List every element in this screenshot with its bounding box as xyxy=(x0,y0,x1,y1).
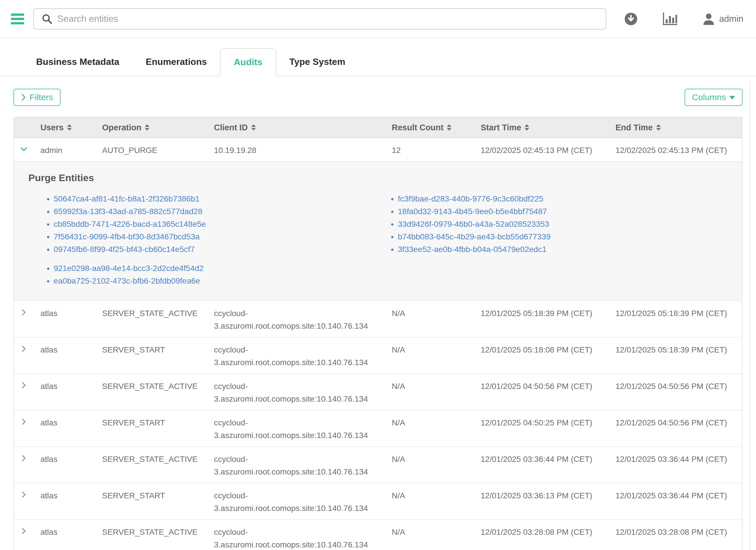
end-time-cell: 12/01/2025 04:50:56 PM (CET) xyxy=(609,411,742,446)
search-icon xyxy=(41,13,53,25)
start-time-cell: 12/01/2025 04:50:25 PM (CET) xyxy=(474,411,609,446)
start-time-cell: 12/01/2025 03:36:13 PM (CET) xyxy=(474,483,609,519)
user-cell: atlas xyxy=(34,483,95,519)
top-bar: admin xyxy=(0,0,756,38)
operation-cell: AUTO_PURGE xyxy=(95,138,207,161)
column-header-operation[interactable]: Operation xyxy=(95,123,207,132)
end-time-cell: 12/02/2025 02:45:13 PM (CET) xyxy=(609,138,742,161)
sort-icon xyxy=(447,124,451,131)
chevron-right-icon xyxy=(20,345,28,353)
purge-entity-guid-link[interactable]: b74bb083-645c-4b29-ae43-bcb55d677339 xyxy=(398,230,550,243)
purge-entity-guid-link[interactable]: 50647ca4-af81-41fc-b8a1-2f326b7386b1 xyxy=(54,192,371,205)
audit-row: atlasSERVER_STATE_ACTIVEccycloud-3.aszur… xyxy=(14,446,742,483)
sort-icon xyxy=(145,124,149,131)
user-cell: atlas xyxy=(34,520,95,550)
result-count-cell: N/A xyxy=(385,374,474,410)
column-header-start-time[interactable]: Start Time xyxy=(474,123,609,132)
tab-audits[interactable]: Audits xyxy=(220,48,276,76)
purge-entity-guid-link[interactable]: fc3f9bae-d283-440b-9776-9c3c60bdf225 xyxy=(398,192,550,205)
expand-row-button[interactable] xyxy=(14,411,34,446)
operation-cell: SERVER_STATE_ACTIVE xyxy=(95,447,207,483)
scrollbar-track[interactable] xyxy=(750,80,750,550)
start-time-cell: 12/01/2025 04:50:56 PM (CET) xyxy=(474,374,609,410)
expand-row-button[interactable] xyxy=(14,483,34,519)
purge-entity-guid-link[interactable]: 33d9426f-0979-46b0-a43a-52a028523353 xyxy=(398,218,550,230)
user-icon xyxy=(702,12,715,26)
purge-entity-guid-link[interactable]: 18fa0d32-9143-4b45-9ee0-b5e4bbf75487 xyxy=(398,205,550,218)
user-menu[interactable]: admin xyxy=(702,12,743,26)
end-time-cell: 12/01/2025 05:18:39 PM (CET) xyxy=(609,301,742,337)
expand-row-button[interactable] xyxy=(14,338,34,374)
column-header-result-count[interactable]: Result Count xyxy=(385,123,474,132)
expand-row-button[interactable] xyxy=(14,301,34,337)
purge-entity-guid-link[interactable]: cb85bddb-7471-4226-bacd-a1365c148e5e xyxy=(54,218,371,230)
purge-entities-title: Purge Entities xyxy=(28,172,729,183)
purge-entity-guid-link[interactable]: ea0ba725-2102-473c-bfb6-2bfdb09fea6e xyxy=(54,275,371,288)
user-cell: atlas xyxy=(34,301,95,337)
audit-row: atlasSERVER_STARTccycloud-3.aszuromi.roo… xyxy=(14,483,742,519)
collapse-row-button[interactable] xyxy=(14,138,34,161)
purge-entity-guid-link[interactable]: 09745fb6-8f99-4f25-bf43-cb60c14e5cf7 xyxy=(54,243,371,256)
end-time-cell: 12/01/2025 04:50:56 PM (CET) xyxy=(609,374,742,410)
purge-entities-list: 921e0298-aa98-4e14-bcc3-2d2cde4f54d2ea0b… xyxy=(43,262,371,288)
top-actions: admin xyxy=(624,12,743,26)
menu-icon[interactable] xyxy=(11,13,24,24)
search-box xyxy=(33,8,606,30)
audit-row: atlasSERVER_STATE_ACTIVEccycloud-3.aszur… xyxy=(14,301,742,337)
end-time-cell: 12/01/2025 05:18:39 PM (CET) xyxy=(609,338,742,374)
client-id-cell: 10.19.19.28 xyxy=(207,138,385,161)
chevron-right-icon xyxy=(20,417,28,426)
client-id-cell: ccycloud-3.aszuromi.root.comops.site:10.… xyxy=(207,483,385,519)
expand-row-button[interactable] xyxy=(14,447,34,483)
filters-button[interactable]: Filters xyxy=(13,89,61,106)
tab-bar: Business Metadata Enumerations Audits Ty… xyxy=(0,38,756,76)
column-header-users[interactable]: Users xyxy=(34,123,95,132)
start-time-cell: 12/01/2025 05:18:39 PM (CET) xyxy=(474,301,609,337)
column-header-end-time[interactable]: End Time xyxy=(609,123,742,132)
audit-table-body: adminAUTO_PURGE10.19.19.281212/02/2025 0… xyxy=(14,138,742,550)
download-icon[interactable] xyxy=(624,12,638,26)
operation-cell: SERVER_STATE_ACTIVE xyxy=(95,301,207,337)
sort-icon xyxy=(525,124,529,131)
operation-cell: SERVER_START xyxy=(95,411,207,446)
operation-cell: SERVER_START xyxy=(95,483,207,519)
search-input[interactable] xyxy=(33,8,606,30)
expand-row-button[interactable] xyxy=(14,520,34,550)
operation-cell: SERVER_STATE_ACTIVE xyxy=(95,520,207,550)
user-cell: atlas xyxy=(34,338,95,374)
audit-table: Users Operation Client ID Result Count S… xyxy=(13,117,743,550)
user-cell: atlas xyxy=(34,411,95,446)
chevron-right-icon xyxy=(20,527,28,535)
operation-cell: SERVER_STATE_ACTIVE xyxy=(95,374,207,410)
chevron-down-icon xyxy=(20,145,28,153)
start-time-cell: 12/01/2025 05:18:08 PM (CET) xyxy=(474,338,609,374)
purge-entity-guid-link[interactable]: 921e0298-aa98-4e14-bcc3-2d2cde4f54d2 xyxy=(54,262,371,275)
expand-row-button[interactable] xyxy=(14,374,34,410)
client-id-cell: ccycloud-3.aszuromi.root.comops.site:10.… xyxy=(207,447,385,483)
statistics-icon[interactable] xyxy=(663,12,677,26)
tab-enumerations[interactable]: Enumerations xyxy=(133,48,220,75)
result-count-cell: N/A xyxy=(385,483,474,519)
sort-icon xyxy=(67,124,72,131)
result-count-cell: N/A xyxy=(385,301,474,337)
tab-type-system[interactable]: Type System xyxy=(276,48,358,75)
tab-business-metadata[interactable]: Business Metadata xyxy=(23,48,133,75)
user-cell: atlas xyxy=(34,447,95,483)
purge-entities-left-column: 50647ca4-af81-41fc-b8a1-2f326b7386b16599… xyxy=(27,192,371,288)
audit-table-header: Users Operation Client ID Result Count S… xyxy=(14,117,742,138)
column-header-client-id[interactable]: Client ID xyxy=(207,123,385,132)
client-id-cell: ccycloud-3.aszuromi.root.comops.site:10.… xyxy=(207,411,385,446)
result-count-cell: N/A xyxy=(385,411,474,446)
purge-entity-guid-link[interactable]: 7f56431c-9099-4fb4-bf30-8d3467bcd53a xyxy=(54,230,371,243)
operation-cell: SERVER_START xyxy=(95,338,207,374)
audit-row: atlasSERVER_STATE_ACTIVEccycloud-3.aszur… xyxy=(14,374,742,410)
chevron-right-icon xyxy=(20,381,28,390)
chevron-right-icon xyxy=(20,454,28,463)
columns-button[interactable]: Columns xyxy=(685,89,743,106)
result-count-cell: N/A xyxy=(385,447,474,483)
purge-entity-guid-link[interactable]: 65992f3a-13f3-43ad-a785-882c577dad28 xyxy=(54,205,371,218)
purge-entity-guid-link[interactable]: 3f33ee52-ae0b-4fbb-b04a-05479e02edc1 xyxy=(398,243,550,256)
audit-row: adminAUTO_PURGE10.19.19.281212/02/2025 0… xyxy=(14,138,742,161)
audit-row: atlasSERVER_STARTccycloud-3.aszuromi.roo… xyxy=(14,410,742,446)
sort-icon xyxy=(656,124,661,131)
